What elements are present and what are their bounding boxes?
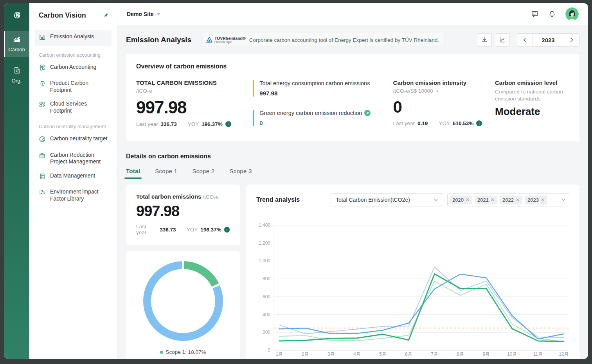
rail-item-carbon[interactable]: Carbon <box>4 31 29 57</box>
tuv-logo: TÜVRheinland® Precisely Right. <box>206 36 246 44</box>
main-area: Demo Site <box>117 3 588 359</box>
user-avatar[interactable] <box>565 7 579 21</box>
sidebar-item-product-carbon-footprint[interactable]: Product Carbon Footprint <box>35 76 112 97</box>
tuv-triangle-icon <box>206 36 213 43</box>
level-label: Carbon emission level <box>495 79 569 86</box>
level-subtitle: Compared to national carbon emission sta… <box>495 88 569 102</box>
sidebar-item-label: Environment impact Factor Library <box>50 188 108 202</box>
trend-analysis-card: Trend analysis Total Carbon Emission(tCO… <box>246 185 579 359</box>
sidebar-title: Carbon Vision <box>39 11 86 20</box>
donut-legend-label: Scope 1: 18.07% <box>166 349 206 355</box>
sidebar-item-cloud-services-footprint[interactable]: Cloud Services Footprint <box>35 97 112 118</box>
total-card-label: Total carbon emissions <box>136 193 201 200</box>
page-title: Emission Analysis <box>126 36 191 44</box>
rail-item-org[interactable]: Org. <box>4 63 29 88</box>
metric-select-value: Total Carbon Emission(tCO2e) <box>336 197 410 203</box>
level-value: Moderate <box>495 106 569 118</box>
legend-dot-scope1 <box>160 351 163 354</box>
previous-year-button[interactable] <box>517 34 532 46</box>
last-year-label: Last year <box>136 121 158 127</box>
page-header: Emission Analysis TÜVRheinland® Precisel… <box>126 25 579 54</box>
last-year-label: Last year <box>393 120 415 126</box>
intensity-value: 0 <box>393 98 495 117</box>
yoy-value: 196.37% <box>200 227 221 233</box>
year-tags-multiselect[interactable]: 2020✕2021✕2022✕2023✕ <box>447 193 569 206</box>
chevron-down-icon[interactable] <box>561 197 566 202</box>
remove-tag-icon[interactable]: ✕ <box>466 197 470 203</box>
notifications-bell-icon[interactable] <box>548 10 556 18</box>
remove-tag-icon[interactable]: ✕ <box>541 197 545 203</box>
sidebar: Carbon Vision Emission AnalysisCarbon em… <box>29 3 117 359</box>
chevron-left-icon <box>522 38 527 42</box>
tab-total[interactable]: Total <box>126 168 140 179</box>
app-logo: e <box>4 3 29 26</box>
svg-text:400: 400 <box>263 312 270 317</box>
chevron-down-icon <box>156 12 161 16</box>
tab-scope-3[interactable]: Scope 3 <box>230 168 252 179</box>
device-frame: e CarbonOrg. Carbon Vision Emission Anal… <box>0 0 592 364</box>
year-tag-2023[interactable]: 2023✕ <box>525 195 547 204</box>
total-emissions-label: TOTAL CARBON EMISSIONS <box>136 79 253 86</box>
yoy-label: YOY <box>188 121 199 127</box>
sidebar-item-environment-impact-factor-library[interactable]: Environment impact Factor Library <box>35 185 112 206</box>
tab-scope-1[interactable]: Scope 1 <box>155 168 177 179</box>
svg-text:6月: 6月 <box>405 351 412 357</box>
donut-legend-item: Scope 1: 18.07% <box>126 349 240 355</box>
primary-nav-rail: e CarbonOrg. <box>4 3 29 359</box>
next-year-button[interactable] <box>564 34 579 46</box>
year-pager: 2023 <box>517 33 579 47</box>
year-tag-2022[interactable]: 2022✕ <box>500 195 522 204</box>
year-tag-label: 2021 <box>477 197 489 203</box>
total-card-unit: /tCO₂e <box>203 194 219 200</box>
menu-section-header: Carbon neutrality management <box>39 124 112 129</box>
metric-select[interactable]: Total Carbon Emission(tCO2e) <box>331 193 443 206</box>
yoy-label: YOY <box>187 227 198 233</box>
chart-view-button[interactable] <box>495 33 510 47</box>
svg-text:1,200: 1,200 <box>259 240 270 246</box>
total-card-value: 997.98 <box>136 203 230 220</box>
green-reduction-item: Green energy carbon emission reduction 0 <box>253 110 393 126</box>
remove-tag-icon[interactable]: ✕ <box>516 197 520 203</box>
sidebar-item-carbon-reduction-project-management[interactable]: Carbon Reduction Project Management <box>35 148 112 169</box>
details-title: Details on carbon emissions <box>126 153 579 160</box>
year-tag-label: 2022 <box>502 197 514 203</box>
svg-text:e: e <box>13 8 21 20</box>
trend-up-icon: ↑ <box>224 227 230 233</box>
leaf-icon <box>364 110 371 116</box>
menu-section-header: Carbon emission accounting <box>39 52 112 58</box>
feedback-icon[interactable] <box>531 10 539 18</box>
rail-item-label: Carbon <box>8 47 25 52</box>
intensity-unit: /tCO₂e/S$ 10000 <box>393 88 433 94</box>
svg-text:12月: 12月 <box>559 351 569 357</box>
last-year-value: 0.19 <box>417 120 428 126</box>
intensity-label: Carbon emission intensity <box>393 79 495 86</box>
last-year-value: 336.73 <box>160 227 176 233</box>
year-tag-2020[interactable]: 2020✕ <box>450 195 472 204</box>
sidebar-item-emission-analysis[interactable]: Emission Analysis <box>35 30 112 46</box>
pin-icon[interactable] <box>104 13 108 18</box>
year-tag-2021[interactable]: 2021✕ <box>475 195 497 204</box>
sidebar-item-label: Carbon Reduction Project Management <box>50 152 108 165</box>
chevron-down-icon <box>434 197 438 202</box>
certification-banner: TÜVRheinland® Precisely Right. Corporate… <box>202 33 445 47</box>
total-emissions-unit: /tCO₂e <box>136 88 253 94</box>
sidebar-item-label: Carbon neutrality target <box>50 135 107 142</box>
sidebar-item-carbon-accounting[interactable]: Carbon Accounting <box>35 60 112 77</box>
rail-item-label: Org. <box>12 78 22 84</box>
intensity-unit-dropdown-icon[interactable] <box>435 89 439 93</box>
tab-scope-2[interactable]: Scope 2 <box>192 168 214 179</box>
svg-text:11月: 11月 <box>533 351 543 357</box>
chevron-right-icon <box>569 38 574 42</box>
sidebar-item-data-management[interactable]: Data Management <box>35 169 112 185</box>
svg-text:2月: 2月 <box>302 351 309 357</box>
total-emissions-value: 997.98 <box>136 98 253 117</box>
total-emissions-card: Total carbon emissions /tCO₂e 997.98 Las… <box>126 185 240 245</box>
selected-year: 2023 <box>532 34 564 46</box>
download-button[interactable] <box>477 33 492 47</box>
tuv-logo-subtitle: Precisely Right. <box>214 41 246 43</box>
remove-tag-icon[interactable]: ✕ <box>491 197 495 203</box>
data-management-icon <box>39 173 46 182</box>
site-switcher[interactable]: Demo Site <box>127 11 161 17</box>
sidebar-item-carbon-neutrality-target[interactable]: Carbon neutrality target <box>35 132 112 148</box>
tuv-logo-name: TÜVRheinland® <box>214 36 246 41</box>
